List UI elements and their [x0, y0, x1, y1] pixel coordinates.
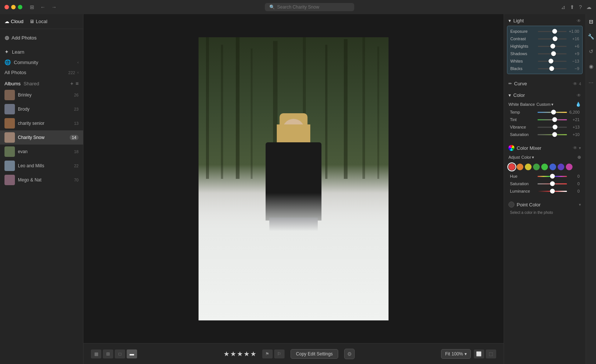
color-mixer-visibility-icon[interactable]: 👁 [573, 145, 577, 151]
color-dot-red[interactable] [508, 164, 515, 170]
exposure-label: Exposure [510, 29, 536, 34]
album-item-brinley[interactable]: Brinley 26 [0, 88, 83, 102]
tint-slider[interactable] [538, 119, 567, 120]
album-item-leo-mills[interactable]: Leo and Mills 22 [0, 159, 83, 173]
vibrance-slider[interactable] [538, 127, 567, 128]
forward-button[interactable]: → [50, 3, 58, 11]
wb-value[interactable]: Custom ▾ [536, 102, 574, 107]
filter-icon[interactable]: ⊿ [561, 4, 565, 10]
export-button-1[interactable]: ⬜ [474, 349, 484, 358]
star-2[interactable]: ★ [230, 350, 236, 358]
star-3[interactable]: ★ [237, 350, 243, 358]
adjust-value-dropdown[interactable]: Color ▾ [522, 155, 534, 160]
reject-button[interactable]: ⚐ [274, 349, 285, 358]
shadows-slider[interactable] [538, 53, 567, 54]
blacks-thumb[interactable] [549, 66, 554, 71]
albums-tab[interactable]: Albums [4, 81, 20, 86]
mixer-saturation-thumb[interactable] [550, 181, 555, 186]
luminance-slider[interactable] [538, 191, 567, 192]
album-item-charity-snow[interactable]: Charity Snow 14 [0, 130, 83, 145]
whites-thumb[interactable] [548, 59, 553, 64]
sort-albums-icon[interactable]: ≡ [76, 80, 79, 86]
blacks-slider[interactable] [538, 68, 567, 69]
luminance-thumb[interactable] [550, 189, 555, 194]
search-input[interactable] [277, 4, 344, 10]
album-thumb-leo-mills [4, 161, 15, 171]
color-dot-green[interactable] [541, 164, 548, 170]
hue-slider[interactable] [538, 176, 567, 177]
sidebar-toggle[interactable]: ⊞ [28, 3, 36, 11]
panel-icon-history[interactable]: ↺ [587, 47, 595, 56]
album-item-evan[interactable]: evan 18 [0, 145, 83, 159]
view-single[interactable]: ▬ [127, 349, 137, 358]
saturation-thumb[interactable] [552, 132, 557, 137]
sidebar-tab-local[interactable]: 🖥 Local [29, 17, 47, 26]
view-grid-medium[interactable]: ⊞ [103, 349, 113, 358]
panel-icon-info[interactable]: ◉ [587, 62, 595, 71]
back-button[interactable]: ← [39, 3, 47, 11]
highlights-thumb[interactable] [551, 44, 555, 49]
minimize-button[interactable] [11, 5, 16, 9]
color-dot-magenta[interactable] [566, 164, 573, 170]
whites-slider[interactable] [538, 61, 567, 62]
star-rating[interactable]: ★ ★ ★ ★ ★ [224, 350, 256, 358]
star-1[interactable]: ★ [224, 350, 229, 358]
mixer-saturation-slider[interactable] [538, 183, 567, 184]
light-chevron-icon: ▾ [508, 18, 511, 23]
flag-button[interactable]: ⚑ [262, 349, 273, 358]
maximize-button[interactable] [18, 5, 22, 9]
album-item-charity-senior[interactable]: charity senior 13 [0, 116, 83, 130]
wb-dropper-icon[interactable]: 💧 [576, 102, 581, 107]
album-item-mego-nat[interactable]: Mego & Nat 70 [0, 173, 83, 187]
tint-thumb[interactable] [552, 117, 557, 122]
color-visibility-icon[interactable]: 👁 [577, 93, 581, 98]
contrast-thumb[interactable] [553, 37, 558, 41]
album-item-brody[interactable]: Brody 23 [0, 102, 83, 116]
temp-slider[interactable] [538, 112, 567, 113]
color-dot-blue[interactable] [549, 164, 556, 170]
temp-thumb[interactable] [551, 110, 556, 115]
curve-visibility-icon[interactable]: 👁 [573, 81, 577, 86]
saturation-slider[interactable] [538, 134, 567, 135]
panel-icon-sliders[interactable]: ⊟ [587, 17, 595, 26]
color-mixer-expand-icon[interactable]: ▾ [579, 146, 581, 151]
color-dot-orange[interactable] [517, 164, 523, 170]
hue-thumb[interactable] [550, 174, 555, 179]
cloud-icon[interactable]: ☁ [586, 4, 592, 10]
share-icon[interactable]: ⬆ [570, 4, 574, 10]
panel-icon-more[interactable]: … [587, 77, 595, 86]
exposure-slider[interactable] [538, 31, 567, 32]
photo-viewer[interactable] [83, 14, 504, 343]
vibrance-thumb[interactable] [553, 125, 558, 130]
point-color-expand-icon[interactable]: ▾ [579, 202, 581, 207]
copy-edit-button[interactable]: Copy Edit Settings [291, 349, 339, 359]
contrast-slider[interactable] [538, 38, 567, 39]
star-5[interactable]: ★ [250, 350, 256, 358]
view-grid-large[interactable]: □ [115, 349, 125, 358]
exposure-thumb[interactable] [552, 29, 557, 34]
color-dot-purple[interactable] [558, 164, 564, 170]
fit-button[interactable]: Fit 100% ▾ [441, 349, 471, 359]
star-4[interactable]: ★ [244, 350, 250, 358]
help-icon[interactable]: ? [579, 4, 582, 10]
highlights-slider[interactable] [538, 46, 567, 47]
close-button[interactable] [4, 5, 9, 9]
sidebar-tab-cloud[interactable]: ☁ Cloud [4, 17, 23, 26]
color-dot-yellow[interactable] [525, 164, 532, 170]
export-button-2[interactable]: ⬚ [486, 349, 496, 358]
add-photos-button[interactable]: ⊕ Add Photos [4, 32, 79, 44]
add-album-icon[interactable]: + [70, 80, 73, 86]
panel-icon-presets[interactable]: 🔧 [586, 32, 596, 41]
all-photos-row[interactable]: All Photos 222 ‹ [0, 67, 83, 77]
sidebar-item-community[interactable]: 🌐 Community ‹ [0, 57, 83, 67]
curve-expand-icon[interactable]: 4 [579, 82, 581, 86]
view-grid-small[interactable]: ▦ [91, 349, 101, 358]
sidebar-item-learn[interactable]: ✦ Learn [0, 47, 83, 57]
settings-button[interactable]: ⚙ [344, 349, 355, 359]
color-mixer-target-icon[interactable]: ⊕ [577, 155, 581, 160]
shared-tab[interactable]: Shared [23, 81, 39, 86]
album-name-leo-mills: Leo and Mills [18, 163, 71, 168]
shadows-thumb[interactable] [551, 51, 556, 56]
light-visibility-icon[interactable]: 👁 [577, 18, 581, 23]
color-dot-green-dark[interactable] [533, 164, 540, 170]
